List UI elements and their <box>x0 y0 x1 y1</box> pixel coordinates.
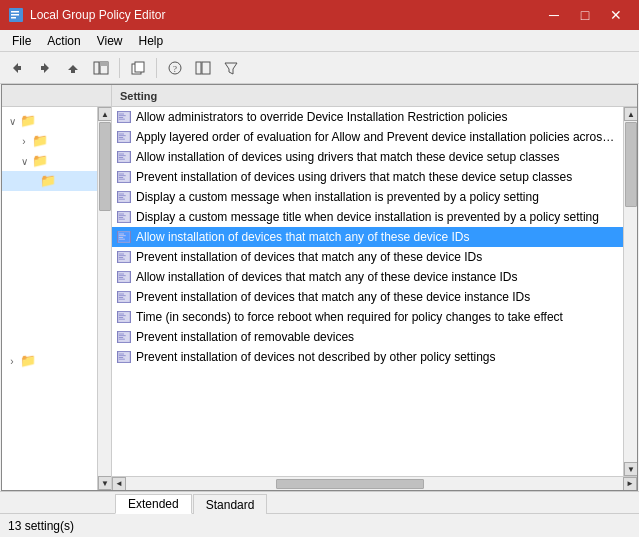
setting-item[interactable]: Allow administrators to override Device … <box>112 107 623 127</box>
settings-list: Allow administrators to override Device … <box>112 107 623 476</box>
expand-icon <box>26 175 38 187</box>
svg-rect-50 <box>119 237 123 238</box>
show-hide-button[interactable] <box>88 56 114 80</box>
policy-icon <box>116 310 132 324</box>
setting-item[interactable]: Time (in seconds) to force reboot when r… <box>112 307 623 327</box>
setting-item[interactable]: Prevent installation of devices that mat… <box>112 287 623 307</box>
right-pane-scrollbar[interactable]: ▲ ▼ <box>623 107 637 476</box>
policy-icon <box>116 210 132 224</box>
tab-standard[interactable]: Standard <box>193 494 268 514</box>
svg-rect-68 <box>119 314 124 315</box>
tree-node[interactable]: ∨ 📁 <box>2 111 97 131</box>
setting-item-text: Prevent installation of devices that mat… <box>136 290 530 304</box>
menu-view[interactable]: View <box>89 30 131 52</box>
svg-marker-16 <box>225 63 237 74</box>
setting-item-text: Display a custom message title when devi… <box>136 210 599 224</box>
setting-item[interactable]: Allow installation of devices that match… <box>112 227 623 247</box>
setting-item[interactable]: Prevent installation of devices that mat… <box>112 247 623 267</box>
svg-rect-15 <box>202 62 210 74</box>
setting-item[interactable]: Prevent installation of removable device… <box>112 327 623 347</box>
svg-rect-79 <box>119 355 126 356</box>
svg-rect-34 <box>119 175 126 176</box>
copy-button[interactable] <box>125 56 151 80</box>
policy-icon-img <box>117 331 131 343</box>
svg-rect-28 <box>119 154 124 155</box>
svg-rect-48 <box>119 234 124 235</box>
scroll-up-button[interactable]: ▲ <box>98 107 111 121</box>
svg-rect-11 <box>135 62 144 72</box>
svg-rect-25 <box>119 137 123 138</box>
menu-help[interactable]: Help <box>131 30 172 52</box>
maximize-button[interactable]: □ <box>570 1 600 29</box>
tree-node[interactable]: ∨ 📁 <box>2 151 97 171</box>
help-button[interactable]: ? <box>162 56 188 80</box>
tab-extended[interactable]: Extended <box>115 494 192 514</box>
close-button[interactable]: ✕ <box>601 1 631 29</box>
setting-item-text: Display a custom message when installati… <box>136 190 539 204</box>
back-button[interactable] <box>4 56 30 80</box>
svg-rect-2 <box>11 14 19 16</box>
scroll-right-button[interactable]: ► <box>623 477 637 491</box>
svg-rect-23 <box>119 134 124 135</box>
svg-rect-69 <box>119 315 126 316</box>
up-button[interactable] <box>60 56 86 80</box>
status-text: 13 setting(s) <box>8 519 74 533</box>
policy-icon-img <box>117 171 131 183</box>
svg-rect-29 <box>119 155 126 156</box>
setting-item[interactable]: Display a custom message when installati… <box>112 187 623 207</box>
left-pane: ∨ 📁 › 📁 ∨ 📁 <box>2 85 112 490</box>
setting-item-text: Time (in seconds) to force reboot when r… <box>136 310 563 324</box>
right-header: Setting <box>112 85 637 107</box>
policy-icon <box>116 130 132 144</box>
policy-icon <box>116 330 132 344</box>
tree-node[interactable]: › 📁 <box>2 351 97 371</box>
setting-item[interactable]: Display a custom message title when devi… <box>112 207 623 227</box>
scroll-track[interactable] <box>624 121 637 462</box>
h-scrollbar[interactable]: ◄ ► <box>112 476 637 490</box>
svg-rect-59 <box>119 275 126 276</box>
h-scroll-thumb[interactable] <box>276 479 424 489</box>
properties-button[interactable] <box>190 56 216 80</box>
setting-item[interactable]: Allow installation of devices that match… <box>112 267 623 287</box>
policy-icon-img <box>117 111 131 123</box>
svg-rect-70 <box>119 317 123 318</box>
svg-rect-40 <box>119 197 123 198</box>
tree-node[interactable]: 📁 <box>2 171 97 191</box>
h-scroll-track[interactable] <box>126 477 623 491</box>
left-pane-scrollbar[interactable]: ▲ ▼ <box>97 107 111 490</box>
scroll-left-button[interactable]: ◄ <box>112 477 126 491</box>
policy-icon-img <box>117 351 131 363</box>
toolbar: ? <box>0 52 639 84</box>
setting-item[interactable]: Prevent installation of devices not desc… <box>112 347 623 367</box>
menu-file[interactable]: File <box>4 30 39 52</box>
policy-icon <box>116 190 132 204</box>
scroll-thumb[interactable] <box>99 122 111 211</box>
minimize-button[interactable]: ─ <box>539 1 569 29</box>
expand-icon: › <box>18 135 30 147</box>
svg-rect-76 <box>119 339 125 340</box>
tabs-area: Extended Standard <box>0 491 639 513</box>
policy-icon <box>116 250 132 264</box>
scroll-up-button[interactable]: ▲ <box>624 107 637 121</box>
tree-node[interactable]: › 📁 <box>2 131 97 151</box>
tree-nodes: ∨ 📁 › 📁 ∨ 📁 <box>2 107 97 375</box>
setting-item[interactable]: Prevent installation of devices using dr… <box>112 167 623 187</box>
policy-icon-img <box>117 291 131 303</box>
svg-rect-54 <box>119 255 126 256</box>
scroll-down-button[interactable]: ▼ <box>624 462 637 476</box>
folder-icon: 📁 <box>20 113 36 129</box>
policy-icon-img <box>117 311 131 323</box>
filter-button[interactable] <box>218 56 244 80</box>
setting-item[interactable]: Allow installation of devices using driv… <box>112 147 623 167</box>
policy-icon <box>116 270 132 284</box>
svg-rect-46 <box>119 219 125 220</box>
policy-icon <box>116 150 132 164</box>
policy-icon-img <box>117 131 131 143</box>
forward-button[interactable] <box>32 56 58 80</box>
svg-rect-35 <box>119 177 123 178</box>
menu-action[interactable]: Action <box>39 30 88 52</box>
scroll-down-button[interactable]: ▼ <box>98 476 111 490</box>
scroll-thumb[interactable] <box>625 122 637 207</box>
scroll-track[interactable] <box>98 121 111 476</box>
setting-item[interactable]: Apply layered order of evaluation for Al… <box>112 127 623 147</box>
